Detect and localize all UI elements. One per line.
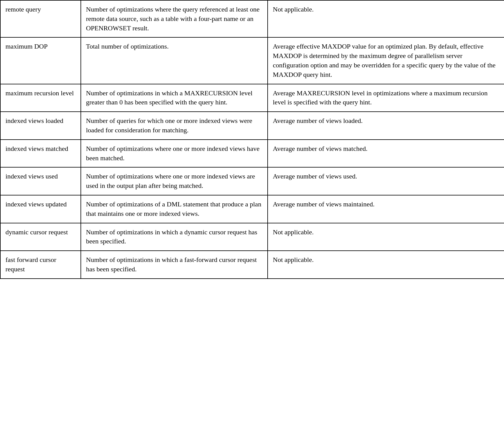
data-table: remote queryNumber of optimizations wher… xyxy=(0,0,504,279)
cell-row5-col1: Number of optimizations where one or mor… xyxy=(81,167,268,195)
cell-row1-col0: maximum DOP xyxy=(0,37,81,84)
cell-row7-col1: Number of optimizations in which a dynam… xyxy=(81,223,268,251)
cell-row7-col0: dynamic cursor request xyxy=(0,223,81,251)
cell-row2-col2: Average MAXRECURSION level in optimizati… xyxy=(268,84,504,112)
cell-row6-col2: Average number of views maintained. xyxy=(268,195,504,223)
cell-text-row8-col0: fast forward cursor request xyxy=(5,255,76,274)
cell-text-row0-col2: Not applicable. xyxy=(273,5,499,14)
cell-text-row5-col0: indexed views used xyxy=(5,172,76,181)
cell-text-row6-col0: indexed views updated xyxy=(5,200,76,209)
cell-row0-col2: Not applicable. xyxy=(268,0,504,37)
table-row: indexed views updatedNumber of optimizat… xyxy=(0,195,504,223)
cell-text-row6-col2: Average number of views maintained. xyxy=(273,200,499,209)
table-row: maximum DOPTotal number of optimizations… xyxy=(0,37,504,84)
table-row: indexed views loadedNumber of queries fo… xyxy=(0,112,504,140)
cell-row5-col0: indexed views used xyxy=(0,167,81,195)
cell-text-row1-col1: Total number of optimizations. xyxy=(86,42,262,51)
cell-text-row8-col1: Number of optimizations in which a fast-… xyxy=(86,255,262,274)
cell-row0-col1: Number of optimizations where the query … xyxy=(81,0,268,37)
cell-text-row2-col0: maximum recursion level xyxy=(5,89,76,98)
cell-text-row7-col1: Number of optimizations in which a dynam… xyxy=(86,228,262,246)
cell-text-row3-col1: Number of queries for which one or more … xyxy=(86,116,262,135)
table-row: remote queryNumber of optimizations wher… xyxy=(0,0,504,37)
cell-row8-col2: Not applicable. xyxy=(268,251,504,279)
cell-row4-col1: Number of optimizations where one or mor… xyxy=(81,140,268,168)
cell-text-row5-col1: Number of optimizations where one or mor… xyxy=(86,172,262,191)
cell-text-row7-col2: Not applicable. xyxy=(273,228,499,237)
cell-row6-col0: indexed views updated xyxy=(0,195,81,223)
table-row: fast forward cursor requestNumber of opt… xyxy=(0,251,504,279)
cell-text-row3-col0: indexed views loaded xyxy=(5,116,76,126)
table-row: indexed views matchedNumber of optimizat… xyxy=(0,140,504,168)
cell-row8-col0: fast forward cursor request xyxy=(0,251,81,279)
cell-row2-col1: Number of optimizations in which a MAXRE… xyxy=(81,84,268,112)
cell-row4-col0: indexed views matched xyxy=(0,140,81,168)
cell-row3-col0: indexed views loaded xyxy=(0,112,81,140)
table-row: dynamic cursor requestNumber of optimiza… xyxy=(0,223,504,251)
main-table-wrapper: remote queryNumber of optimizations wher… xyxy=(0,0,504,431)
cell-text-row5-col2: Average number of views used. xyxy=(273,172,499,181)
cell-text-row2-col1: Number of optimizations in which a MAXRE… xyxy=(86,89,262,107)
cell-text-row1-col0: maximum DOP xyxy=(5,42,76,51)
cell-row1-col1: Total number of optimizations. xyxy=(81,37,268,84)
cell-row8-col1: Number of optimizations in which a fast-… xyxy=(81,251,268,279)
cell-text-row3-col2: Average number of views loaded. xyxy=(273,116,499,126)
cell-text-row4-col0: indexed views matched xyxy=(5,144,76,154)
table-row: maximum recursion levelNumber of optimiz… xyxy=(0,84,504,112)
cell-text-row4-col1: Number of optimizations where one or mor… xyxy=(86,144,262,163)
cell-text-row2-col2: Average MAXRECURSION level in optimizati… xyxy=(273,89,499,107)
cell-row5-col2: Average number of views used. xyxy=(268,167,504,195)
table-row: indexed views usedNumber of optimization… xyxy=(0,167,504,195)
cell-row2-col0: maximum recursion level xyxy=(0,84,81,112)
cell-text-row1-col2: Average effective MAXDOP value for an op… xyxy=(273,42,499,79)
cell-row0-col0: remote query xyxy=(0,0,81,37)
cell-text-row6-col1: Number of optimizations of a DML stateme… xyxy=(86,200,262,219)
cell-text-row0-col0: remote query xyxy=(5,5,76,14)
cell-row6-col1: Number of optimizations of a DML stateme… xyxy=(81,195,268,223)
cell-text-row8-col2: Not applicable. xyxy=(273,255,499,265)
cell-row7-col2: Not applicable. xyxy=(268,223,504,251)
cell-row1-col2: Average effective MAXDOP value for an op… xyxy=(268,37,504,84)
cell-row4-col2: Average number of views matched. xyxy=(268,140,504,168)
cell-text-row7-col0: dynamic cursor request xyxy=(5,228,76,237)
cell-row3-col2: Average number of views loaded. xyxy=(268,112,504,140)
cell-text-row0-col1: Number of optimizations where the query … xyxy=(86,5,262,33)
cell-text-row4-col2: Average number of views matched. xyxy=(273,144,499,154)
cell-row3-col1: Number of queries for which one or more … xyxy=(81,112,268,140)
